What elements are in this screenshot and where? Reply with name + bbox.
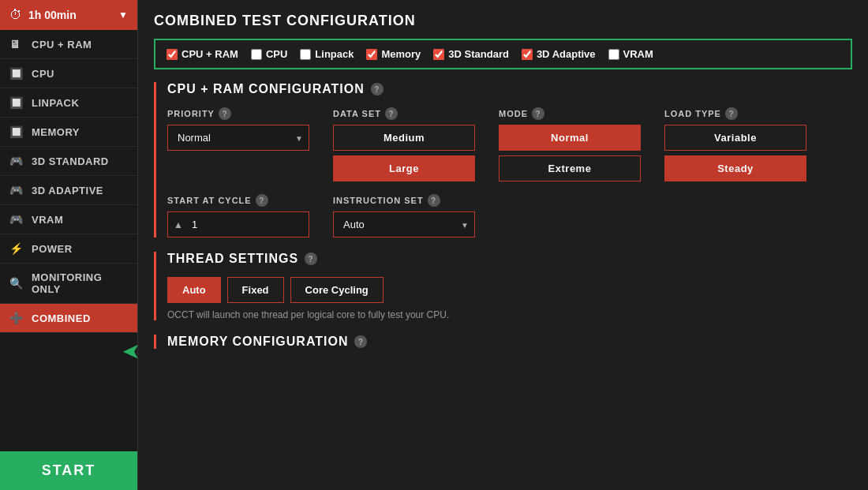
start-at-cycle-help-icon[interactable]: ? bbox=[256, 194, 268, 207]
sidebar-item-label-vram: VRAM bbox=[32, 214, 63, 226]
memory-config-section: MEMORY CONFIGURATION ? bbox=[154, 335, 852, 349]
test-checkbox-cpu[interactable] bbox=[251, 49, 262, 60]
load-type-steady-button[interactable]: Steady bbox=[664, 155, 806, 181]
test-label-cpu: CPU bbox=[266, 48, 287, 60]
mode-help-icon[interactable]: ? bbox=[532, 107, 544, 120]
mode-group: MODE ? Normal Extreme bbox=[499, 107, 641, 181]
controls-row-2: START AT CYCLE ? ▲ INSTRUCTION SET ? Aut… bbox=[167, 194, 852, 238]
number-up-icon[interactable]: ▲ bbox=[174, 219, 183, 230]
thread-description: OCCT will launch one thread per logical … bbox=[167, 309, 852, 320]
sidebar-item-label-3d-standard: 3D STANDARD bbox=[32, 155, 109, 167]
mode-normal-button[interactable]: Normal bbox=[499, 125, 641, 151]
data-set-medium-button[interactable]: Medium bbox=[333, 125, 475, 151]
sidebar-item-label-monitoring: MONITORING ONLY bbox=[32, 271, 128, 295]
cpu-ram-config-section: CPU + RAM CONFIGURATION ? PRIORITY ? Nor… bbox=[154, 82, 852, 238]
3d-standard-icon: 🎮 bbox=[9, 155, 24, 167]
instruction-set-select[interactable]: Auto SSE AVX AVX2 AVX512 bbox=[333, 211, 475, 238]
test-checkbox-cpu-ram[interactable] bbox=[166, 49, 178, 60]
sidebar-nav: 🖥 CPU + RAM 🔲 CPU 🔲 LINPACK 🔲 MEMORY 🎮 3… bbox=[0, 30, 137, 333]
sidebar-item-label-power: POWER bbox=[32, 243, 73, 255]
mode-extreme-button[interactable]: Extreme bbox=[499, 155, 641, 181]
instruction-set-select-wrapper: Auto SSE AVX AVX2 AVX512 bbox=[333, 211, 475, 238]
sidebar-item-linpack[interactable]: 🔲 LINPACK bbox=[0, 88, 137, 118]
test-checkbox-linpack[interactable] bbox=[300, 49, 311, 60]
data-set-large-button[interactable]: Large bbox=[333, 155, 475, 181]
start-at-cycle-label: START AT CYCLE ? bbox=[167, 194, 309, 207]
thread-auto-button[interactable]: Auto bbox=[167, 277, 221, 303]
test-label-cpu-ram: CPU + RAM bbox=[181, 48, 238, 60]
test-option-linpack[interactable]: Linpack bbox=[300, 48, 354, 60]
sidebar-item-label-memory: MEMORY bbox=[32, 126, 80, 138]
test-option-memory[interactable]: Memory bbox=[366, 48, 421, 60]
test-option-3d-adaptive[interactable]: 3D Adaptive bbox=[522, 48, 596, 60]
sidebar-item-monitoring[interactable]: 🔍 MONITORING ONLY bbox=[0, 264, 137, 304]
load-type-help-icon[interactable]: ? bbox=[725, 107, 738, 120]
cpu-ram-help-icon[interactable]: ? bbox=[371, 83, 383, 95]
chevron-down-icon: ▼ bbox=[118, 9, 128, 21]
sidebar-item-cpu-ram[interactable]: 🖥 CPU + RAM bbox=[0, 30, 137, 59]
priority-help-icon[interactable]: ? bbox=[219, 107, 231, 120]
power-icon: ⚡ bbox=[9, 242, 24, 255]
sidebar-item-cpu[interactable]: 🔲 CPU bbox=[0, 59, 137, 88]
timer-control[interactable]: ⏱ 1h 00min ▼ bbox=[0, 0, 137, 30]
thread-settings-help-icon[interactable]: ? bbox=[305, 252, 317, 265]
cpu-icon: 🔲 bbox=[9, 67, 24, 80]
test-label-linpack: Linpack bbox=[315, 48, 354, 60]
vram-icon: 🎮 bbox=[9, 213, 24, 226]
monitoring-icon: 🔍 bbox=[9, 277, 24, 290]
linpack-icon: 🔲 bbox=[9, 96, 24, 109]
sidebar: ⏱ 1h 00min ▼ 🖥 CPU + RAM 🔲 CPU 🔲 LINPACK… bbox=[0, 0, 138, 490]
start-button[interactable]: START bbox=[0, 451, 137, 490]
thread-settings-section: THREAD SETTINGS ? Auto Fixed Core Cyclin… bbox=[154, 252, 852, 320]
priority-group: PRIORITY ? Normal Low High Realtime bbox=[167, 107, 309, 181]
priority-select-wrapper: Normal Low High Realtime bbox=[167, 125, 309, 151]
sidebar-item-combined[interactable]: ➕ COMBINED bbox=[0, 304, 137, 333]
memory-config-help-icon[interactable]: ? bbox=[354, 335, 367, 348]
cpu-ram-config-title: CPU + RAM CONFIGURATION ? bbox=[167, 82, 852, 96]
test-label-3d-adaptive: 3D Adaptive bbox=[537, 48, 596, 60]
sidebar-item-3d-adaptive[interactable]: 🎮 3D ADAPTIVE bbox=[0, 176, 137, 205]
test-option-vram[interactable]: VRAM bbox=[608, 48, 653, 60]
sidebar-item-power[interactable]: ⚡ POWER bbox=[0, 234, 137, 264]
mode-label: MODE ? bbox=[499, 107, 641, 120]
3d-adaptive-icon: 🎮 bbox=[9, 184, 24, 196]
sidebar-item-label-linpack: LINPACK bbox=[32, 97, 79, 109]
combined-icon: ➕ bbox=[9, 312, 24, 324]
load-type-variable-button[interactable]: Variable bbox=[664, 125, 806, 151]
instruction-set-help-icon[interactable]: ? bbox=[428, 194, 440, 207]
test-option-cpu-ram[interactable]: CPU + RAM bbox=[166, 48, 238, 60]
test-checkbox-3d-adaptive[interactable] bbox=[522, 49, 533, 60]
mode-buttons: Normal Extreme bbox=[499, 125, 641, 181]
data-set-buttons: Medium Large bbox=[333, 125, 475, 181]
load-type-buttons: Variable Steady bbox=[664, 125, 806, 181]
memory-config-title: MEMORY CONFIGURATION ? bbox=[167, 335, 852, 349]
priority-select[interactable]: Normal Low High Realtime bbox=[167, 125, 309, 151]
data-set-group: DATA SET ? Medium Large bbox=[333, 107, 475, 181]
timer-icon: ⏱ bbox=[9, 8, 22, 22]
sidebar-item-label-cpu-ram: CPU + RAM bbox=[32, 39, 92, 50]
priority-label: PRIORITY ? bbox=[167, 107, 309, 120]
test-selector-bar: CPU + RAMCPULinpackMemory3D Standard3D A… bbox=[154, 39, 852, 69]
thread-core-cycling-button[interactable]: Core Cycling bbox=[290, 277, 383, 303]
controls-row-1: PRIORITY ? Normal Low High Realtime DATA… bbox=[167, 107, 852, 181]
instruction-set-group: INSTRUCTION SET ? Auto SSE AVX AVX2 AVX5… bbox=[333, 194, 475, 238]
test-checkbox-memory[interactable] bbox=[366, 49, 377, 60]
load-type-group: LOAD TYPE ? Variable Steady bbox=[664, 107, 806, 181]
test-option-3d-standard[interactable]: 3D Standard bbox=[433, 48, 509, 60]
arrow-indicator-icon: ➤ bbox=[122, 339, 140, 365]
thread-buttons-group: Auto Fixed Core Cycling bbox=[167, 277, 852, 303]
start-at-cycle-group: START AT CYCLE ? ▲ bbox=[167, 194, 309, 238]
data-set-label: DATA SET ? bbox=[333, 107, 475, 120]
test-option-cpu[interactable]: CPU bbox=[251, 48, 287, 60]
sidebar-item-label-3d-adaptive: 3D ADAPTIVE bbox=[32, 185, 103, 196]
test-checkbox-vram[interactable] bbox=[608, 49, 619, 60]
start-at-cycle-input[interactable] bbox=[167, 211, 309, 238]
sidebar-item-3d-standard[interactable]: 🎮 3D STANDARD bbox=[0, 147, 137, 176]
data-set-help-icon[interactable]: ? bbox=[385, 107, 398, 120]
test-checkbox-3d-standard[interactable] bbox=[433, 49, 444, 60]
thread-fixed-button[interactable]: Fixed bbox=[227, 277, 284, 303]
instruction-set-label: INSTRUCTION SET ? bbox=[333, 194, 475, 207]
sidebar-item-vram[interactable]: 🎮 VRAM bbox=[0, 205, 137, 234]
sidebar-item-memory[interactable]: 🔲 MEMORY bbox=[0, 118, 137, 147]
page-title: COMBINED TEST CONFIGURATION bbox=[154, 13, 852, 29]
